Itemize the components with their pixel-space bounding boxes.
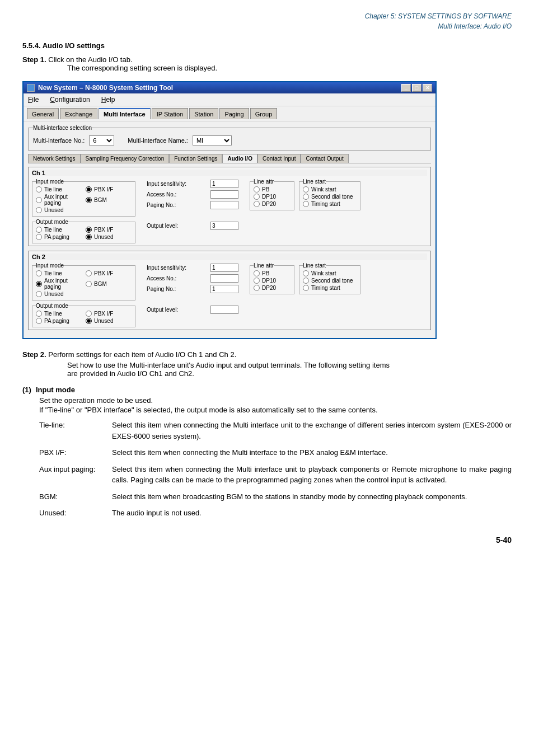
ch2-out-tieline-radio[interactable]	[36, 311, 42, 317]
ch1-aux-radio[interactable]	[36, 197, 42, 203]
ch2-la-dp20-radio[interactable]	[254, 285, 260, 291]
ch1-bgm-radio[interactable]	[86, 197, 92, 203]
ch2-la-dp10-radio[interactable]	[254, 278, 260, 284]
ch1-center: Input sensitivity: Access No.: Paging No…	[147, 180, 238, 230]
ch1-ls-wink: Wink start	[303, 186, 357, 192]
ch1-ls-timing: Timing start	[303, 201, 357, 207]
ch2-output-mode: Output mode Tie line PBX I/F PA paging U…	[32, 303, 135, 327]
maximize-button[interactable]: □	[412, 84, 421, 92]
ch1-pbxif-radio[interactable]	[86, 186, 92, 192]
ch2-tieline-radio[interactable]	[36, 270, 42, 276]
ch1-out-unused-label: Unused	[94, 234, 113, 240]
ch2-out-pbx-label: PBX I/F	[94, 311, 113, 317]
sub-tab-network[interactable]: Network Settings	[28, 154, 81, 163]
ch2-output-level-row: Output level:	[147, 306, 238, 314]
mi-no-label: Multi-interface No.:	[33, 137, 85, 144]
ch2-aux-radio[interactable]	[36, 281, 42, 287]
sub-tab-function[interactable]: Function Settings	[169, 154, 222, 163]
mi-name-select[interactable]: MI	[193, 135, 232, 145]
menu-file[interactable]: File	[26, 95, 41, 105]
ch1-sensitivity-input[interactable]	[210, 180, 238, 188]
tab-station[interactable]: Station	[189, 108, 218, 119]
ch1-ls-second-radio[interactable]	[303, 194, 309, 200]
ch1-ls-timing-radio[interactable]	[303, 201, 309, 207]
ch2-ls-second-label: Second dial tone	[311, 278, 353, 284]
ch1-ls-timing-label: Timing start	[311, 201, 340, 207]
ch2-paging-input[interactable]	[210, 285, 238, 293]
ch1-input-mode: Input mode Tie line PBX I/F Aux input pa…	[32, 179, 135, 217]
mi-no-select[interactable]: 6	[89, 135, 114, 145]
dialog-menubar: File Configuration Help	[24, 93, 435, 106]
ch1-tieline-radio[interactable]	[36, 186, 42, 192]
ch1-ls-wink-radio[interactable]	[303, 186, 309, 192]
ch1-ls-wink-label: Wink start	[311, 186, 336, 192]
ch1-ls-second: Second dial tone	[303, 194, 357, 200]
ch1-access-input[interactable]	[210, 190, 238, 199]
ch2-out-pa-radio[interactable]	[36, 318, 42, 324]
ch1-la-dp10-label: DP10	[262, 194, 276, 200]
ch2-line-start: Line start Wink start Second dial tone T…	[299, 262, 360, 294]
def-desc-bgm: Select this item when broadcasting BGM t…	[112, 491, 512, 503]
menu-configuration[interactable]: Configuration	[48, 95, 92, 105]
ch2-la-pb-radio[interactable]	[254, 270, 260, 276]
ch2-out-tieline-row: Tie line PBX I/F	[36, 311, 132, 317]
ch2-out-pa-label: PA paging	[44, 318, 83, 324]
section1-block: (1) Input mode Set the operation mode to…	[22, 386, 512, 519]
ch1-out-pa-radio[interactable]	[36, 234, 42, 240]
minimize-button[interactable]: _	[401, 84, 411, 92]
ch2-line-attr: Line attr PB DP10 DP20	[250, 262, 294, 294]
ch2-unused-label: Unused	[44, 291, 63, 297]
ch2-paging-row: Paging No.:	[147, 285, 238, 293]
tab-paging[interactable]: Paging	[219, 108, 249, 119]
ch1-pbxif-label: PBX I/F	[94, 186, 113, 192]
def-row-unused: Unused: The audio input is not used.	[39, 508, 512, 519]
def-term-pbx: PBX I/F:	[39, 447, 112, 458]
ch1-title: Ch 1	[32, 170, 427, 176]
sub-tab-contact-output[interactable]: Contact Output	[301, 154, 348, 163]
sub-tab-contact-input[interactable]: Contact Input	[257, 154, 301, 163]
ch1-paging-input[interactable]	[210, 201, 238, 209]
ch2-out-unused-label: Unused	[94, 318, 113, 324]
tab-exchange[interactable]: Exchange	[60, 108, 97, 119]
tab-general[interactable]: General	[27, 108, 59, 119]
ch2-la-dp20: DP20	[254, 285, 291, 291]
ch2-access-input[interactable]	[210, 274, 238, 283]
sub-tab-sampling[interactable]: Sampling Frequency Correction	[81, 154, 170, 163]
ch2-tieline-label: Tie line	[44, 270, 83, 276]
ch2-out-unused-radio[interactable]	[86, 318, 92, 324]
sub-tab-audio-io[interactable]: Audio I/O	[222, 154, 257, 163]
ch1-la-dp20: DP20	[254, 201, 291, 207]
ch2-unused-radio[interactable]	[36, 291, 42, 297]
def-desc-unused: The audio input is not used.	[112, 508, 512, 519]
ch2-sensitivity-input[interactable]	[210, 264, 238, 272]
ch2-ls-second-radio[interactable]	[303, 278, 309, 284]
ch2-pbxif-radio[interactable]	[86, 270, 92, 276]
ch2-output-legend: Output mode	[36, 303, 68, 309]
ch1-out-pbx-radio[interactable]	[86, 227, 92, 233]
ch2-bgm-radio[interactable]	[86, 281, 92, 287]
ch1-out-unused-radio[interactable]	[86, 234, 92, 240]
ch2-out-pbx-radio[interactable]	[86, 311, 92, 317]
ch1-unused-radio[interactable]	[36, 207, 42, 213]
ch1-la-pb-radio[interactable]	[254, 186, 260, 192]
tab-multi-interface[interactable]: Multi Interface	[99, 108, 151, 119]
ch2-line-attr-legend: Line attr	[254, 262, 274, 269]
close-button[interactable]: ✕	[423, 84, 432, 92]
tab-group[interactable]: Group	[250, 108, 278, 119]
def-row-pbx: PBX I/F: Select this item when connectin…	[39, 447, 512, 458]
ch1-paging-row: Paging No.:	[147, 201, 238, 209]
ch2-la-dp20-label: DP20	[262, 285, 276, 291]
ch2-la-pb-label: PB	[262, 270, 269, 276]
ch1-la-dp10-radio[interactable]	[254, 194, 260, 200]
menu-help[interactable]: Help	[99, 95, 118, 105]
tab-ip-station[interactable]: IP Station	[152, 108, 189, 119]
ch1-input-legend: Input mode	[36, 179, 64, 185]
def-desc-pbx: Select this item when connecting the Mul…	[112, 447, 512, 458]
ch2-ls-timing-radio[interactable]	[303, 285, 309, 291]
ch1-out-tieline-radio[interactable]	[36, 227, 42, 233]
ch1-la-dp20-radio[interactable]	[254, 201, 260, 207]
ch2-ls-wink-radio[interactable]	[303, 270, 309, 276]
ch1-outlevel-input[interactable]	[210, 222, 238, 230]
ch2-outlevel-input[interactable]	[210, 306, 238, 314]
section-title: 5.5.4. Audio I/O settings	[22, 41, 512, 50]
